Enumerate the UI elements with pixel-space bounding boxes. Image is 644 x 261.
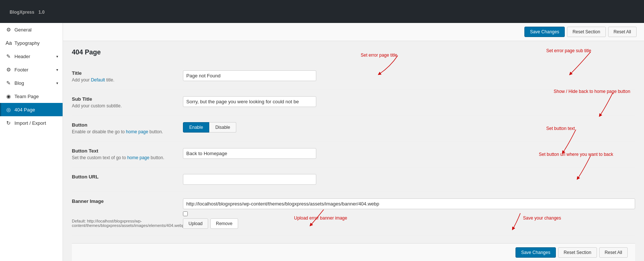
edit-icon: ✎ [6,80,11,86]
sidebar-item-label: Footer [14,67,29,73]
banner-image-row: Banner Image Default: http://localhost/b… [72,192,635,236]
chevron-down-icon: ▾ [56,54,58,58]
subtitle-input[interactable] [183,96,316,107]
sidebar-item-blog[interactable]: ✎ Blog ▾ [0,76,63,90]
gear-icon: ⚙ [6,67,11,73]
upload-btn-group: Upload Remove [183,218,635,229]
topbar: BlogXpress 1.0 [0,0,644,23]
sidebar-item-404-page[interactable]: ◎ 404 Page [0,103,63,116]
reset-all-button-top[interactable]: Reset All [608,27,637,37]
save-changes-button-top[interactable]: Save Changes [524,27,565,37]
typography-icon: Aa [6,40,11,46]
bottom-action-bar: Save Changes Reset Section Reset All [72,243,635,261]
button-text-desc: Set the custom text of go to home page b… [72,155,176,160]
sidebar-item-label: Header [14,54,30,59]
button-desc: Enable or disable the go to home page bu… [72,129,176,134]
sidebar-item-label: Blog [14,80,24,86]
sidebar-item-footer[interactable]: ⚙ Footer ▾ [0,63,63,76]
home-link[interactable]: home page [126,129,148,134]
app-logo: BlogXpress 1.0 [7,8,44,16]
chevron-down-icon: ▾ [56,81,58,85]
save-changes-button-bottom[interactable]: Save Changes [515,247,556,258]
annotation-button-toggle: Show / Hide back to home page button [554,89,630,94]
app-version: 1.0 [39,10,45,15]
import-export-icon: ↻ [6,120,11,126]
sidebar-item-import-export[interactable]: ↻ Import / Export [0,116,63,130]
button-text-row: Button Text Set the custom text of go to… [72,141,635,167]
button-url-input[interactable] [183,174,316,185]
button-url-label: Button URL [72,174,176,180]
page-icon: ◎ [6,107,11,113]
upload-button[interactable]: Upload [183,218,208,229]
reset-section-button-bottom[interactable]: Reset Section [558,247,597,258]
banner-image-label: Banner Image [72,198,176,204]
subtitle-label: Sub Title [72,96,176,102]
button-label: Button [72,122,176,128]
banner-image-label-col: Banner Image Default: http://localhost/b… [72,198,176,228]
annotation-arrow-toggle [598,93,628,118]
app-name: BlogXpress [10,10,34,15]
sidebar-item-typography[interactable]: Aa Typography [0,36,63,50]
enable-button[interactable]: Enable [183,122,209,133]
sidebar-item-team-page[interactable]: ◉ Team Page [0,90,63,103]
button-text-input[interactable] [183,148,316,159]
banner-image-default: Default: http://localhost/blogxpress/wp-… [72,219,176,228]
banner-image-control-col: Upload Remove [183,198,635,229]
title-input[interactable] [183,70,316,81]
banner-image-url-input[interactable] [183,198,635,209]
home-link2[interactable]: home page [127,155,149,160]
subtitle-field-row: Sub Title Add your custom subtitle. Show… [72,90,635,116]
subtitle-control-col [183,96,517,107]
page-content: 404 Page Set error page title Title Add … [63,41,644,261]
main-content: Save Changes Reset Section Reset All 404… [63,23,644,261]
title-field-row: Title Add your Default title. Set error … [72,64,635,90]
gear-icon: ⚙ [6,27,11,33]
title-label-col: Title Add your Default title. [72,70,176,83]
subtitle-desc: Add your custom subtitle. [72,103,176,108]
button-text-label-col: Button Text Set the custom text of go to… [72,148,176,160]
button-url-row: Button URL [72,167,635,192]
button-text-label: Button Text [72,148,176,154]
button-toggle-group: Enable Disable [183,122,517,133]
banner-checkbox[interactable] [183,211,188,216]
sidebar-item-label: General [14,27,31,33]
button-toggle-row: Button Enable or disable the go to home … [72,116,635,141]
title-label: Title [72,70,176,76]
button-text-control-col [183,148,517,159]
disable-button[interactable]: Disable [209,122,236,133]
top-action-bar: Save Changes Reset Section Reset All [63,23,644,41]
sidebar-item-general[interactable]: ⚙ General [0,23,63,36]
title-desc: Add your Default title. [72,77,176,83]
edit-icon: ✎ [6,53,11,59]
sidebar: ⚙ General Aa Typography ✎ Header ▾ ⚙ Foo… [0,23,63,261]
team-icon: ◉ [6,93,11,99]
title-control-col [183,70,517,81]
remove-button[interactable]: Remove [210,218,238,229]
page-title: 404 Page [72,48,635,56]
annotation-button-url: Set button url where you want to back [539,152,613,157]
banner-checkbox-row [183,211,635,216]
layout: ⚙ General Aa Typography ✎ Header ▾ ⚙ Foo… [0,23,644,261]
button-url-control-col [183,174,635,185]
sidebar-item-label: Typography [14,40,40,46]
reset-section-button-top[interactable]: Reset Section [567,27,606,37]
sidebar-item-label: 404 Page [14,107,35,113]
button-toggle-col: Enable Disable [183,122,517,133]
default-link[interactable]: Default [91,77,105,83]
sidebar-item-label: Import / Export [14,120,46,126]
button-label-col: Button Enable or disable the go to home … [72,122,176,134]
chevron-down-icon: ▾ [56,68,58,72]
sidebar-item-header[interactable]: ✎ Header ▾ [0,50,63,63]
sidebar-item-label: Team Page [14,94,39,99]
button-url-label-col: Button URL [72,174,176,181]
annotation-button-text: Set button text [546,126,575,131]
reset-all-button-bottom[interactable]: Reset All [599,247,628,258]
subtitle-label-col: Sub Title Add your custom subtitle. [72,96,176,108]
